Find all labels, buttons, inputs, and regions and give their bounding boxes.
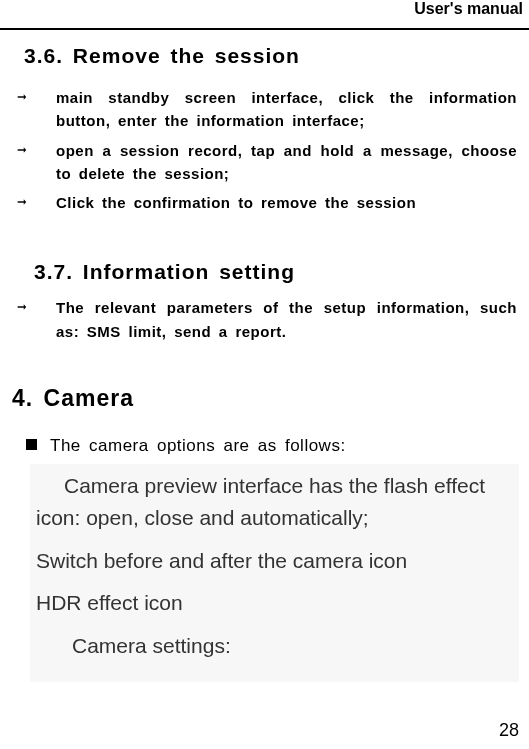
heading-3-7: 3.7. Information setting — [34, 260, 523, 284]
block-line: HDR effect icon — [36, 587, 513, 620]
camera-options-block: Camera preview interface has the flash e… — [30, 464, 519, 683]
list-item: The relevant parameters of the setup inf… — [14, 296, 517, 343]
list-3-7: The relevant parameters of the setup inf… — [6, 296, 523, 343]
page-number: 28 — [499, 720, 519, 741]
list-4-intro: The camera options are as follows: — [6, 434, 523, 458]
list-item: Click the confirmation to remove the ses… — [14, 191, 517, 214]
header-rule — [0, 28, 529, 30]
list-item: main standby screen interface, click the… — [14, 86, 517, 133]
list-3-6: main standby screen interface, click the… — [6, 86, 523, 214]
list-item: open a session record, tap and hold a me… — [14, 139, 517, 186]
manual-page: User's manual 3.6. Remove the session ma… — [0, 0, 529, 749]
list-item: The camera options are as follows: — [26, 434, 517, 458]
heading-4: 4. Camera — [12, 385, 523, 412]
block-line: Switch before and after the camera icon — [36, 545, 513, 578]
heading-3-6: 3.6. Remove the session — [24, 44, 523, 68]
block-line: Camera settings: — [36, 630, 513, 663]
block-line: Camera preview interface has the flash e… — [36, 470, 513, 535]
header-title: User's manual — [0, 0, 529, 20]
page-content: 3.6. Remove the session main standby scr… — [0, 44, 529, 682]
